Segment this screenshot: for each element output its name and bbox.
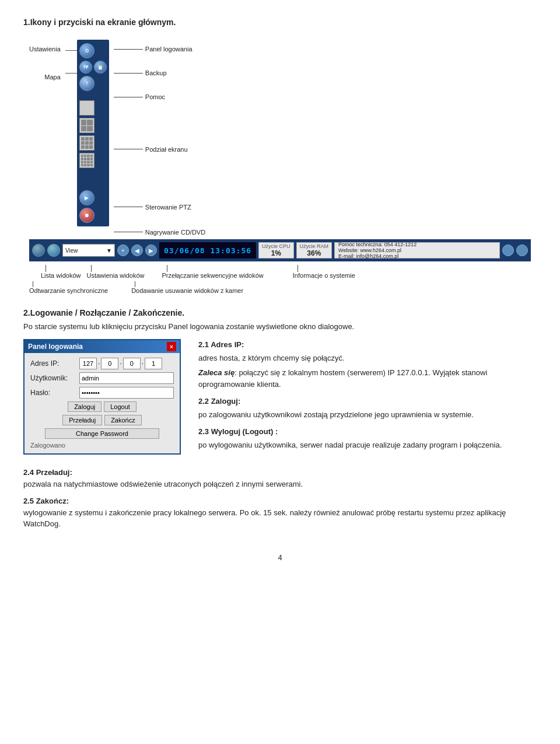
tb-btn-1[interactable]	[32, 244, 45, 257]
label-mapa: Mapa	[29, 74, 61, 81]
label-backup: Backup	[145, 69, 167, 76]
ram-box: Użycie RAM 36%	[296, 242, 332, 259]
d2-1-text: adres hosta, z którym chcemy się połączy…	[198, 352, 537, 364]
zaloguj-btn[interactable]: Zaloguj	[68, 401, 102, 412]
info-box: Pomoc techniczna: 054 412-1212 Website: …	[334, 242, 500, 259]
ram-value: 36%	[307, 249, 321, 257]
d2-5-title: 2.5 Zakończ:	[23, 497, 69, 505]
user-label: Użytkownik:	[30, 374, 77, 382]
zakoncz-btn[interactable]: Zakończ	[104, 415, 142, 425]
view-dropdown[interactable]: View▼	[62, 244, 115, 257]
d2-1-title: 2.1 Adres IP:	[198, 339, 537, 351]
d2-4-text: pozwala na natychmiastowe odświeżenie ut…	[23, 480, 303, 488]
map-icon-2[interactable]: 📋	[94, 61, 107, 74]
login-dialog: Panel logowania × Adres IP: . . . Użytko…	[23, 339, 181, 455]
ip-label: Adres IP:	[30, 359, 77, 368]
d2-3-title: 2.3 Wyloguj (Logout) :	[198, 426, 537, 438]
record-icon[interactable]: ⏺	[79, 208, 94, 223]
split-4[interactable]	[79, 118, 94, 133]
desc-area: 2.1 Adres IP: adres hosta, z którym chce…	[198, 339, 537, 456]
map-icon[interactable]: 🗺	[79, 61, 92, 74]
pass-input[interactable]	[79, 387, 174, 399]
section1-diagram: Ustawienia Mapa ⚙ 🗺 📋 ?	[29, 37, 531, 294]
label-panel-logowania: Panel logowania	[145, 46, 192, 53]
d2-1-zaleca: Zaleca się: połączyć się z lokalnym host…	[198, 367, 537, 390]
d2-2-title: 2.2 Zaloguj:	[198, 396, 537, 407]
d2-3-text: po wylogowaniu użytkownika, serwer nadal…	[198, 439, 537, 451]
section2-desc: Po starcie systemu lub kliknięciu przyci…	[23, 322, 537, 331]
ip-seg-3[interactable]	[123, 358, 141, 369]
page-number: 4	[23, 553, 537, 562]
cpu-label: Użycie CPU	[262, 243, 290, 249]
przelad-btn[interactable]: Przeładuj	[62, 415, 102, 425]
split-9[interactable]	[79, 135, 94, 151]
d2-4-section: 2.4 Przeładuj: pozwala na natychmiastowe…	[23, 467, 537, 490]
change-pw-btn[interactable]: Change Password	[45, 428, 160, 439]
ptz-icon[interactable]: ▶	[79, 190, 94, 205]
label-pomoc: Pomoc	[145, 93, 165, 100]
tb-nav-3[interactable]: ▶	[145, 244, 157, 256]
label-dodawanie: Dodawanie usuwanie widoków z kamer	[131, 287, 243, 294]
tb-btn-2[interactable]	[47, 244, 60, 257]
d2-5-text: wylogowanie z systemu i zakończenie prac…	[23, 508, 506, 529]
label-ptz: Sterowanie PTZ	[145, 204, 191, 211]
tb-nav-1[interactable]: +	[117, 244, 129, 256]
settings-icon[interactable]: ⚙	[79, 43, 94, 58]
ram-label: Użycie RAM	[300, 243, 329, 249]
label-ustawienia-widokow: Ustawienia widoków	[86, 272, 144, 279]
dialog-title: Panel logowania	[28, 343, 83, 351]
d2-4-title: 2.4 Przeładuj:	[23, 468, 72, 477]
label-podzial: Podział ekranu	[145, 146, 188, 153]
label-nagrywanie: Nagrywanie CD/DVD	[145, 229, 205, 236]
label-informacje: Informacje o systemie	[293, 272, 355, 279]
logout-btn[interactable]: Logout	[104, 401, 136, 412]
d2-5-section: 2.5 Zakończ: wylogowanie z systemu i zak…	[23, 495, 537, 530]
split-16[interactable]	[79, 153, 94, 168]
cpu-value: 1%	[271, 249, 281, 257]
section2-title: 2.Logowanie / Rozłączanie / Zakończenie.	[23, 308, 537, 317]
tb-btn-right-1[interactable]	[502, 244, 514, 256]
section1-title: 1.Ikony i przyciski na ekranie głównym.	[23, 18, 537, 27]
tb-nav-2[interactable]: ◀	[131, 244, 143, 256]
split-1[interactable]	[79, 100, 94, 116]
label-przelaczanie: Przełączanie sekwencyjne widoków	[162, 272, 264, 279]
label-odtwarzanie: Odtwarzanie synchroniczne	[29, 287, 108, 294]
d2-2-text: po zalogowaniu użytkownikowi zostają prz…	[198, 409, 537, 421]
ip-seg-1[interactable]	[79, 358, 97, 369]
toolbar-datetime: 03/06/08 13:03:56	[159, 242, 256, 259]
ip-seg-2[interactable]	[101, 358, 118, 369]
help-icon-side[interactable]: ?	[79, 76, 94, 91]
dialog-status: Zalogowano	[30, 442, 174, 449]
user-input[interactable]	[79, 372, 174, 384]
cpu-box: Użycie CPU 1%	[258, 242, 294, 259]
tb-btn-right-2[interactable]	[516, 244, 528, 256]
ip-seg-4[interactable]	[145, 358, 162, 369]
dialog-close-btn[interactable]: ×	[167, 342, 176, 351]
dialog-titlebar: Panel logowania ×	[24, 340, 180, 353]
pass-label: Hasło:	[30, 389, 77, 397]
label-ustawienia: Ustawienia	[29, 46, 61, 53]
label-lista-widokow: Lista widoków	[41, 272, 80, 279]
